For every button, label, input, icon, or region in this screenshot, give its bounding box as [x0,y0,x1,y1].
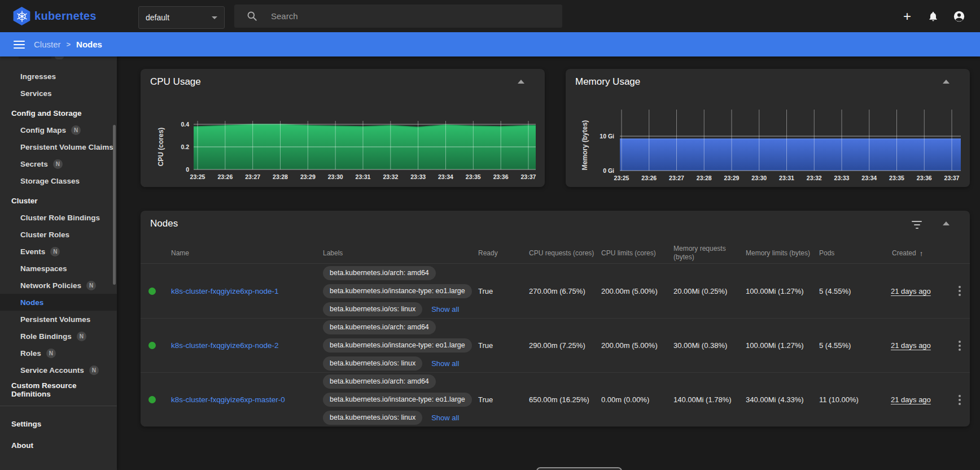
node-name-link[interactable]: k8s-cluster-fxqgiyize6xp-node-1 [163,287,312,295]
status-cell [141,342,163,349]
sidebar-item-about[interactable]: About [0,434,117,456]
svg-text:23:27: 23:27 [669,175,684,181]
status-cell [141,288,163,295]
sidebar-item-secrets[interactable]: SecretsN [0,155,117,172]
sidebar-item-label: Settings [11,420,41,428]
svg-text:23:30: 23:30 [751,175,767,181]
sidebar-item-label: Config Maps [20,126,66,134]
search-icon [247,11,257,21]
node-name-link[interactable]: k8s-cluster-fxqgiyize6xp-node-2 [163,341,312,350]
label-chip-line: beta.kubernetes.io/instance-type: eo1.la… [323,284,475,298]
sidebar-item-label: Storage Classes [20,177,80,185]
sidebar-item-namespaces[interactable]: Namespaces [0,260,117,277]
app-title: kubernetes [34,10,97,23]
create-resource-button[interactable]: + [899,8,916,25]
column-header-label: Created [892,249,916,258]
notifications-button[interactable] [925,8,942,25]
sidebar-item-custom-resource-definitions[interactable]: Custom Resource Definitions [0,381,117,398]
menu-button[interactable] [14,41,25,49]
pods-cell: 5 (4.55%) [816,287,888,295]
label-chip-line: beta.kubernetes.io/os: linuxShow all [323,302,475,316]
label-chip: beta.kubernetes.io/instance-type: eo1.la… [323,393,472,407]
sidebar-list: IngressesServicesConfig and StorageConfi… [0,68,117,456]
kubernetes-wheel-icon [15,9,29,24]
svg-text:23:33: 23:33 [410,173,426,180]
namespace-selector-value: default [146,13,169,22]
sidebar-item-settings[interactable]: Settings [0,413,117,434]
sidebar-item-role-bindings[interactable]: Role BindingsN [0,328,117,345]
collapse-arrow-icon[interactable] [943,221,950,226]
sidebar-item-persistent-volumes[interactable]: Persistent Volumes [0,311,117,328]
column-header-memory-requests-bytes[interactable]: Memory requests (bytes) [671,243,743,263]
sidebar-item-config-maps[interactable]: Config MapsN [0,121,117,138]
created-cell: 21 days ago [888,287,950,295]
sidebar-item-roles[interactable]: RolesN [0,345,117,362]
new-badge: N [50,247,60,256]
sidebar-item-services[interactable]: Services [0,85,117,102]
row-actions-kebab-menu[interactable] [950,395,970,405]
column-header-cpu-requests-cores[interactable]: CPU requests (cores) [526,243,598,263]
new-badge: N [89,365,99,375]
sidebar-item-label: Custom Resource Definitions [11,381,117,398]
breadcrumb-cluster-link[interactable]: Cluster [34,40,61,49]
column-header-memory-limits-bytes[interactable]: Memory limits (bytes) [743,243,816,263]
user-profile-button[interactable] [951,8,968,25]
memory-card-title: Memory Usage [575,76,640,88]
breadcrumb: Cluster > Nodes [34,40,102,49]
svg-text:23:34: 23:34 [861,175,877,181]
svg-text:23:35: 23:35 [466,173,481,180]
row-actions-kebab-menu[interactable] [950,286,970,296]
memory-requests-cell: 140.00Mi (1.78%) [671,395,743,404]
sidebar-item-ingresses[interactable]: Ingresses [0,68,117,85]
label-chip-line: beta.kubernetes.io/os: linuxShow all [323,411,475,425]
column-header-created[interactable]: Created↑ [888,243,950,263]
pods-cell: 5 (4.55%) [816,341,888,350]
sidebar-item-label: Role Bindings [20,332,72,341]
svg-text:23:30: 23:30 [328,173,343,180]
column-header-labels[interactable]: Labels [312,243,475,263]
account-circle-icon [953,10,965,23]
sidebar-item-events[interactable]: EventsN [0,243,117,260]
show-all-labels-link[interactable]: Show all [431,305,459,314]
row-actions-kebab-menu[interactable] [950,341,970,351]
svg-text:23:29: 23:29 [300,173,316,180]
sidebar-item-label: About [11,441,33,450]
collapse-arrow-icon[interactable] [943,80,950,84]
column-header-ready[interactable]: Ready [475,243,526,263]
created-relative-time: 21 days ago [891,395,931,404]
svg-text:0.2: 0.2 [181,143,189,150]
column-header-label: Memory requests (bytes) [673,245,743,262]
chevron-right-icon: > [67,40,71,49]
column-header-label: Pods [819,249,834,258]
label-chip: beta.kubernetes.io/arch: amd64 [323,375,436,389]
sidebar-item-network-policies[interactable]: Network PoliciesN [0,277,117,294]
column-header-name[interactable]: Name [163,243,312,263]
sidebar-item-label: Persistent Volumes [20,315,90,324]
node-name-link[interactable]: k8s-cluster-fxqgiyize6xp-master-0 [163,395,312,404]
cpu-requests-cell: 290.00m (7.25%) [526,341,598,350]
column-header-pods[interactable]: Pods [816,243,888,263]
label-chip: beta.kubernetes.io/os: linux [323,302,422,316]
sidebar-item-cluster-role-bindings[interactable]: Cluster Role Bindings [0,209,117,226]
breadcrumb-current-page: Nodes [76,40,102,49]
show-all-labels-link[interactable]: Show all [431,359,459,368]
sidebar-item-service-accounts[interactable]: Service AccountsN [0,362,117,378]
show-all-labels-link[interactable]: Show all [431,414,459,422]
sidebar-scrollbar[interactable] [113,125,116,285]
svg-text:23:37: 23:37 [944,175,960,181]
column-header-cpu-limits-cores[interactable]: CPU limits (cores) [598,243,671,263]
sidebar-item-persistent-volume-claims[interactable]: Persistent Volume ClaimsN [0,138,117,155]
filter-icon[interactable] [911,221,922,229]
sidebar-section-config-and-storage: Config and Storage [0,105,117,121]
breadcrumb-bar: Cluster > Nodes [0,32,980,56]
sidebar-item-storage-classes[interactable]: Storage Classes [0,172,117,189]
sidebar-item-nodes[interactable]: Nodes [0,294,117,311]
label-chip: beta.kubernetes.io/os: linux [323,411,422,425]
svg-text:23:36: 23:36 [917,175,932,181]
collapse-arrow-icon[interactable] [518,80,524,84]
sidebar-item-cluster-roles[interactable]: Cluster Roles [0,226,117,243]
search-input[interactable] [270,11,555,21]
sort-ascending-icon: ↑ [920,249,924,258]
cpu-usage-card: CPU Usage 00.20.423:2523:2623:2723:2823:… [141,69,545,187]
namespace-selector[interactable]: default [138,6,225,29]
